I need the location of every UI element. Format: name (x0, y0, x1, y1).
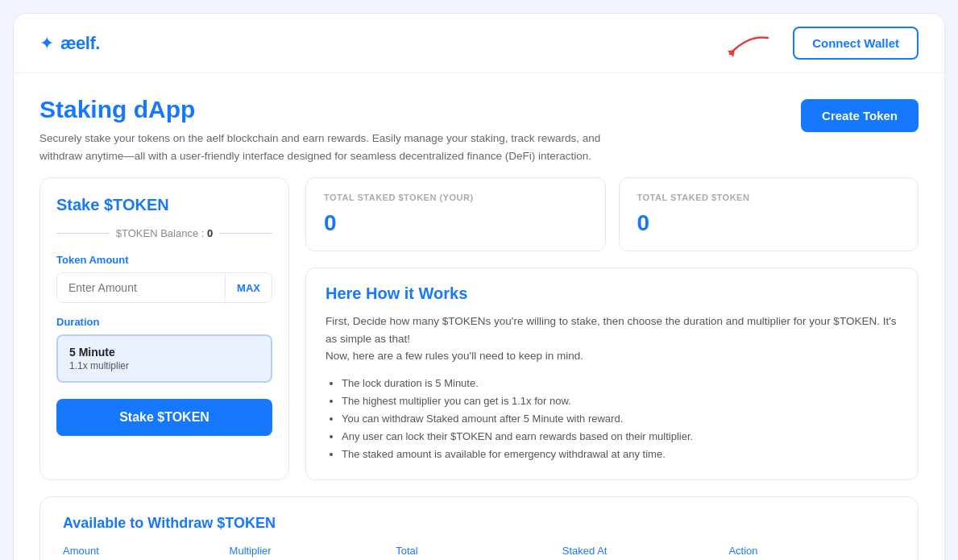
col-total: Total (396, 545, 562, 557)
max-button[interactable]: MAX (225, 274, 272, 302)
balance-label: $TOKEN Balance : 0 (116, 227, 213, 239)
col-action: Action (728, 545, 895, 557)
your-staked-value: 0 (324, 210, 587, 236)
stats-row: TOTAL STAKED $TOKEN (YOUR) 0 TOTAL STAKE… (305, 177, 919, 251)
withdraw-title: Available to Withdraw $TOKEN (63, 515, 895, 532)
rule-item: The lock duration is 5 Minute. (342, 375, 898, 392)
page-content: Staking dApp Securely stake your tokens … (14, 73, 944, 560)
stake-card-title: Stake $TOKEN (56, 196, 272, 214)
main-card: ✦ æelf. Connect Wallet Staking dApp Secu… (13, 13, 945, 560)
token-amount-label: Token Amount (56, 254, 272, 266)
table-header: Amount Multiplier Total Staked At Action (63, 545, 895, 560)
rule-item: The highest multiplier you can get is 1.… (342, 392, 898, 410)
duration-option-title: 5 Minute (69, 346, 259, 359)
create-token-button[interactable]: Create Token (801, 99, 919, 132)
total-staked-label: TOTAL STAKED $TOKEN (637, 193, 901, 202)
rule-item: The staked amount is available for emerg… (342, 446, 898, 463)
col-amount: Amount (63, 545, 230, 557)
amount-input[interactable] (57, 273, 225, 302)
stake-button[interactable]: Stake $TOKEN (56, 399, 272, 436)
total-staked-value: 0 (637, 210, 901, 236)
rule-item: Any user can lock their $TOKEN and earn … (342, 428, 898, 446)
duration-label: Duration (56, 316, 272, 328)
logo-text: æelf. (60, 33, 100, 54)
page-header-left: Staking dApp Securely stake your tokens … (39, 96, 603, 164)
main-grid: Stake $TOKEN $TOKEN Balance : 0 Token Am… (39, 177, 919, 480)
how-intro-line1: First, Decide how many $TOKENs you're wi… (326, 313, 898, 365)
right-panel: TOTAL STAKED $TOKEN (YOUR) 0 TOTAL STAKE… (305, 177, 919, 480)
rule-item: You can withdraw Staked amount after 5 M… (342, 410, 898, 428)
logo-icon: ✦ (39, 33, 54, 54)
total-staked-card: TOTAL STAKED $TOKEN 0 (619, 177, 919, 251)
connect-wallet-button[interactable]: Connect Wallet (793, 27, 919, 60)
how-rules-list: The lock duration is 5 Minute. The highe… (326, 375, 898, 463)
col-multiplier: Multiplier (230, 545, 396, 557)
your-staked-card: TOTAL STAKED $TOKEN (YOUR) 0 (305, 177, 606, 251)
arrow-annotation (724, 31, 772, 67)
your-staked-label: TOTAL STAKED $TOKEN (YOUR) (324, 193, 587, 202)
balance-row: $TOKEN Balance : 0 (56, 227, 272, 239)
app-container: ✦ æelf. Connect Wallet Staking dApp Secu… (0, 0, 958, 560)
page-description: Securely stake your tokens on the aelf b… (39, 130, 603, 164)
withdraw-section: Available to Withdraw $TOKEN Amount Mult… (39, 496, 919, 560)
col-staked-at: Staked At (562, 545, 729, 557)
page-header: Staking dApp Securely stake your tokens … (39, 96, 919, 164)
page-title: Staking dApp (39, 96, 603, 123)
balance-line-left (56, 233, 110, 234)
duration-option-sub: 1.1x multiplier (69, 360, 259, 371)
header: ✦ æelf. Connect Wallet (14, 14, 944, 73)
how-it-works-card: Here How it Works First, Decide how many… (305, 268, 919, 480)
connect-wallet-area: Connect Wallet (793, 27, 919, 60)
logo-area: ✦ æelf. (39, 33, 100, 54)
balance-line-right (219, 233, 272, 234)
how-title: Here How it Works (326, 284, 898, 303)
duration-option[interactable]: 5 Minute 1.1x multiplier (56, 334, 272, 383)
amount-input-row: MAX (56, 272, 272, 303)
balance-value: 0 (207, 227, 213, 239)
svg-marker-0 (728, 50, 735, 57)
stake-card: Stake $TOKEN $TOKEN Balance : 0 Token Am… (39, 177, 289, 480)
